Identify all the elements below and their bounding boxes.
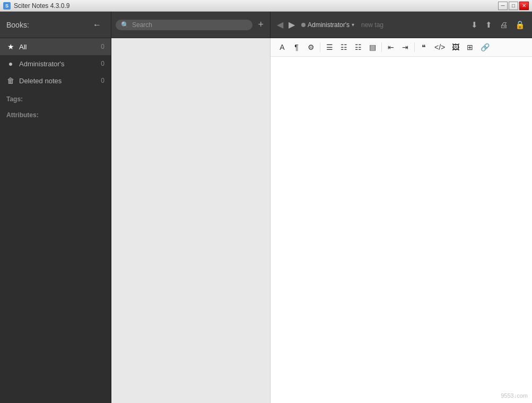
maximize-button[interactable]: □ [509,2,518,10]
table-view-btn[interactable]: ▤ [366,41,379,53]
title-bar-title: Sciter Notes 4.3.0.9 [14,2,69,10]
sidebar-deleted-count: 0 [101,77,104,84]
all-star-icon: ★ [6,42,15,51]
separator-1 [320,42,320,52]
outdent-btn[interactable]: ⇤ [385,41,397,53]
nav-forward-button[interactable]: ▶ [286,19,297,31]
blockquote-btn[interactable]: ❝ [417,41,430,53]
close-button[interactable]: ✕ [519,2,529,10]
watermark: 9553↓com [501,392,528,399]
sidebar-item-all[interactable]: ★ All 0 [0,38,111,55]
administrator-dot-icon: ● [6,59,15,68]
trash-icon: 🗑 [6,76,15,85]
editor-toolbar: ◀ ▶ Administrator's ▾ ⬇ ⬆ 🖨 🔒 [271,12,532,38]
unordered-list-btn[interactable]: ☷ [337,41,350,53]
lock-icon[interactable]: 🔒 [512,19,528,31]
editor-content[interactable] [271,57,532,403]
main-content: ★ All 0 ● Administrator's 0 🗑 Deleted no… [0,38,532,403]
title-bar: S Sciter Notes 4.3.0.9 ─ □ ✕ [0,0,532,12]
sidebar-admin-label: Administrator's [19,60,97,68]
sidebar: ★ All 0 ● Administrator's 0 🗑 Deleted no… [0,38,111,403]
upload-icon[interactable]: ⬆ [483,19,495,31]
nav-back-button[interactable]: ◀ [275,19,285,31]
settings-btn[interactable]: ⚙ [304,41,317,53]
sidebar-deleted-label: Deleted notes [19,77,97,85]
books-label: Books: [6,21,29,29]
search-icon: 🔍 [121,21,129,29]
back-button[interactable]: ← [90,19,104,31]
checklist-btn[interactable]: ☷ [352,41,364,53]
minimize-button[interactable]: ─ [498,2,508,10]
separator-2 [381,42,382,52]
sidebar-item-administrator[interactable]: ● Administrator's 0 [0,55,111,72]
main-toolbar: Books: ← 🔍 + ◀ ▶ Administrator's ▾ ⬇ ⬆ [0,12,532,38]
notebook-name: Administrator's [308,21,350,29]
link-btn[interactable]: 🔗 [478,41,492,53]
notes-toolbar: 🔍 + [111,12,271,38]
add-note-button[interactable]: + [256,18,266,31]
title-bar-buttons: ─ □ ✕ [498,2,529,10]
notebook-dot [301,23,306,27]
tags-section: Tags: [0,89,111,105]
notes-list [111,38,271,403]
code-btn[interactable]: </> [432,41,448,53]
attributes-section: Attributes: [0,105,111,121]
image-btn[interactable]: 🖼 [449,41,462,53]
notebook-selector[interactable]: Administrator's ▾ [298,20,357,30]
app-icon: S [3,2,11,10]
separator-3 [414,42,415,52]
new-tag-input[interactable] [359,20,443,30]
search-box: 🔍 [116,20,252,30]
paragraph-btn[interactable]: ¶ [290,41,303,53]
font-btn[interactable]: A [276,41,289,53]
editor-toolbar-actions: ⬇ ⬆ 🖨 🔒 [468,19,528,31]
editor-area: A ¶ ⚙ ☰ ☷ ☷ ▤ ⇤ ⇥ ❝ </> 🖼 ⊞ 🔗 [271,38,532,403]
sidebar-all-count: 0 [101,43,104,50]
search-input[interactable] [132,21,247,29]
title-bar-left: S Sciter Notes 4.3.0.9 [3,2,69,10]
sidebar-toolbar: Books: ← [0,12,111,38]
table-btn[interactable]: ⊞ [464,41,476,53]
format-toolbar: A ¶ ⚙ ☰ ☷ ☷ ▤ ⇤ ⇥ ❝ </> 🖼 ⊞ 🔗 [271,38,532,57]
sidebar-item-deleted[interactable]: 🗑 Deleted notes 0 [0,72,111,89]
app-container: Books: ← 🔍 + ◀ ▶ Administrator's ▾ ⬇ ⬆ [0,12,532,403]
notebook-dropdown-arrow: ▾ [352,22,354,28]
sidebar-all-label: All [19,43,97,51]
ordered-list-btn[interactable]: ☰ [323,41,336,53]
sidebar-admin-count: 0 [101,60,104,67]
indent-btn[interactable]: ⇥ [399,41,412,53]
print-icon[interactable]: 🖨 [497,19,510,31]
download-icon[interactable]: ⬇ [468,19,481,31]
